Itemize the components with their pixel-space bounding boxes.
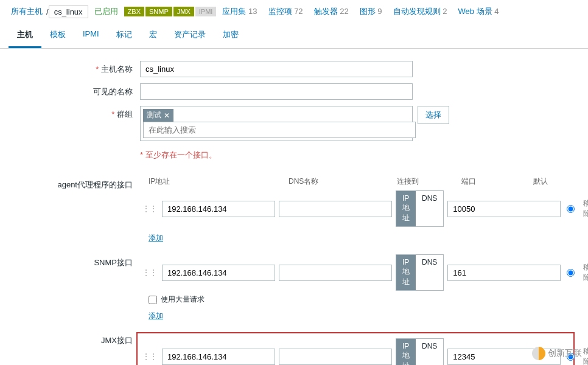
snmp-add-link[interactable]: 添加	[149, 311, 163, 321]
jmx-highlight-box: ⋮⋮ IP地址 DNS 移除 添加	[136, 332, 575, 365]
snmp-ip-input[interactable]	[162, 265, 275, 281]
jmx-remove-link[interactable]: 移除	[583, 346, 588, 365]
link-web[interactable]: Web 场景	[458, 7, 492, 16]
badge-snmp: SNMP	[145, 7, 172, 16]
agent-interface-row: ⋮⋮ IP地址 DNS 移除	[140, 190, 578, 227]
snmp-bulk-label: 使用大量请求	[161, 294, 205, 305]
watermark: 创新互联	[532, 347, 582, 360]
drag-handle-icon[interactable]: ⋮⋮	[140, 352, 158, 361]
breadcrumb: 所有主机 / cs_linux	[7, 5, 88, 18]
drag-handle-icon[interactable]: ⋮⋮	[140, 204, 158, 214]
breadcrumb-host[interactable]: cs_linux	[49, 5, 88, 18]
agent-ip-input[interactable]	[162, 201, 275, 217]
header-default: 默认	[533, 176, 564, 187]
agent-connect-dns[interactable]: DNS	[416, 191, 443, 226]
hostname-input[interactable]	[140, 61, 413, 77]
header-connect: 连接到	[397, 176, 461, 187]
agent-default-radio[interactable]	[567, 205, 575, 213]
interface-note: * 至少存在一个接口。	[140, 150, 578, 161]
host-status: 已启用	[94, 6, 118, 17]
snmp-connect-ip[interactable]: IP地址	[396, 255, 416, 290]
groups-multiselect[interactable]: 测试 ✕	[140, 106, 413, 141]
snmp-port-input[interactable]	[447, 265, 561, 281]
hostname-label: * 主机名称	[9, 61, 140, 75]
group-tag: 测试 ✕	[143, 109, 173, 122]
visiblename-label: 可见的名称	[9, 83, 140, 97]
snmp-interface-row: ⋮⋮ IP地址 DNS 移除	[140, 254, 578, 291]
link-triggers[interactable]: 触发器	[314, 7, 338, 16]
agent-add-link[interactable]: 添加	[149, 233, 163, 243]
link-applications[interactable]: 应用集	[222, 7, 246, 16]
availability-badges: ZBX SNMP JMX IPMI	[124, 7, 217, 16]
tab-ipmi[interactable]: IPMI	[74, 23, 108, 48]
host-form: * 主机名称 可见的名称 * 群组 测试 ✕ 选择 * 至少存在一个接口。 ag…	[0, 49, 588, 365]
snmp-interface-label: SNMP接口	[9, 254, 140, 268]
badge-jmx: JMX	[173, 7, 194, 16]
jmx-dns-input[interactable]	[279, 349, 392, 365]
agent-port-input[interactable]	[447, 201, 561, 217]
jmx-ip-input[interactable]	[162, 349, 275, 365]
stats-links: 应用集 13 监控项 72 触发器 22 图形 9 自动发现规则 2 Web 场…	[222, 6, 499, 17]
header-ip: IP地址	[149, 176, 289, 187]
watermark-logo-icon	[532, 347, 545, 360]
snmp-bulk-checkbox[interactable]	[149, 296, 157, 304]
groups-search-input[interactable]	[143, 122, 416, 138]
jmx-connect-ip[interactable]: IP地址	[396, 339, 416, 365]
tab-templates[interactable]: 模板	[41, 23, 74, 48]
tab-macros[interactable]: 宏	[141, 23, 166, 48]
top-status-bar: 所有主机 / cs_linux 已启用 ZBX SNMP JMX IPMI 应用…	[0, 0, 588, 23]
agent-dns-input[interactable]	[279, 201, 392, 217]
select-groups-button[interactable]: 选择	[418, 106, 449, 124]
agent-connect-ip[interactable]: IP地址	[396, 191, 416, 226]
groups-label: * 群组	[9, 106, 140, 120]
link-graphs[interactable]: 图形	[360, 7, 376, 16]
snmp-remove-link[interactable]: 移除	[583, 262, 588, 283]
remove-tag-icon[interactable]: ✕	[164, 111, 170, 120]
snmp-connect-dns[interactable]: DNS	[416, 255, 443, 290]
snmp-default-radio[interactable]	[567, 269, 575, 277]
breadcrumb-all-hosts[interactable]: 所有主机	[7, 5, 46, 18]
badge-zbx: ZBX	[124, 7, 144, 16]
snmp-dns-input[interactable]	[279, 265, 392, 281]
drag-handle-icon[interactable]: ⋮⋮	[140, 268, 158, 277]
jmx-interface-row: ⋮⋮ IP地址 DNS 移除	[140, 338, 571, 365]
header-port: 端口	[461, 176, 533, 187]
header-dns: DNS名称	[289, 176, 397, 187]
agent-interface-label: agent代理程序的接口	[9, 176, 140, 190]
link-discovery[interactable]: 自动发现规则	[393, 7, 441, 16]
tab-encryption[interactable]: 加密	[214, 23, 247, 48]
badge-ipmi: IPMI	[195, 7, 217, 16]
visiblename-input[interactable]	[140, 83, 413, 100]
link-items[interactable]: 监控项	[268, 7, 292, 16]
tab-host[interactable]: 主机	[9, 23, 41, 48]
agent-remove-link[interactable]: 移除	[583, 198, 588, 219]
jmx-interface-label: JMX接口	[9, 332, 140, 346]
tab-tags[interactable]: 标记	[108, 23, 141, 48]
jmx-connect-dns[interactable]: DNS	[416, 339, 443, 365]
tab-inventory[interactable]: 资产记录	[166, 23, 214, 48]
tabs: 主机 模板 IPMI 标记 宏 资产记录 加密	[0, 23, 588, 49]
